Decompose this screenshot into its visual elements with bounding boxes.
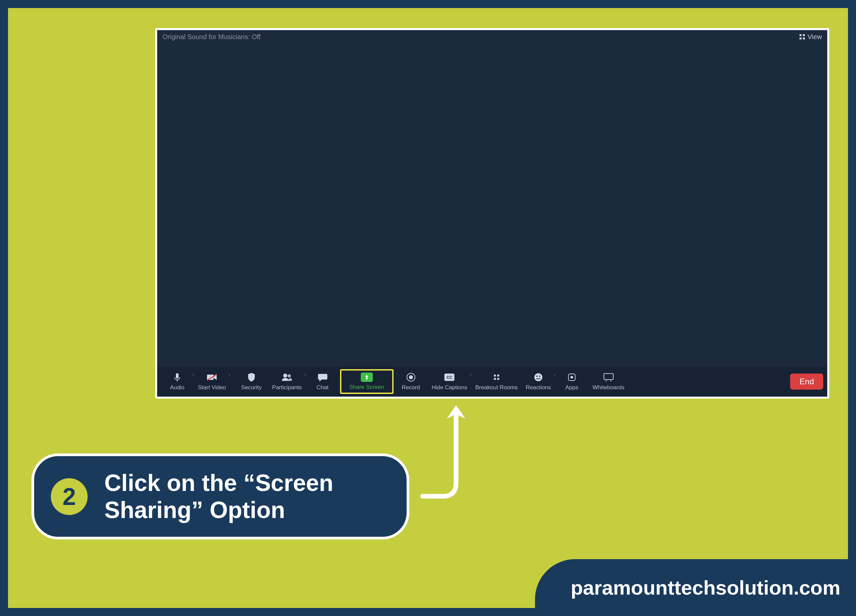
chat-label: Chat (317, 384, 329, 391)
chevron-up-icon[interactable]: ˄ (470, 374, 472, 379)
breakout-rooms-button[interactable]: Breakout Rooms (472, 370, 521, 393)
breakout-rooms-icon (491, 372, 502, 382)
chat-button[interactable]: Chat (306, 370, 339, 393)
brand-url: paramounttechsolution.com (571, 576, 841, 599)
svg-point-7 (409, 375, 413, 379)
participants-label: Participants (272, 384, 302, 391)
svg-point-4 (283, 374, 287, 377)
apps-button[interactable]: Apps (556, 370, 588, 393)
security-button[interactable]: Security (236, 370, 268, 393)
chat-icon (317, 372, 328, 382)
svg-rect-15 (604, 374, 613, 380)
original-sound-toggle[interactable]: Original Sound for Musicians: Off (163, 33, 260, 41)
step-number-badge: 2 (51, 478, 88, 515)
chevron-up-icon[interactable]: ˄ (391, 374, 394, 379)
start-video-button[interactable]: Start Video ˄ (195, 370, 229, 393)
chevron-up-icon[interactable]: ˄ (192, 374, 195, 379)
apps-label: Apps (565, 384, 579, 391)
share-screen-icon (361, 373, 373, 382)
whiteboards-label: Whiteboards (593, 384, 624, 391)
start-video-label: Start Video (198, 384, 226, 391)
callout-arrow-icon (419, 403, 466, 503)
record-button[interactable]: Record (395, 370, 427, 393)
svg-point-12 (539, 376, 540, 377)
whiteboard-icon (603, 372, 614, 382)
zoom-toolbar: Audio ˄ Start Video ˄ Security (157, 367, 827, 397)
end-label: End (799, 377, 814, 386)
zoom-window: Original Sound for Musicians: Off View A… (155, 28, 829, 399)
svg-point-14 (570, 376, 573, 379)
audio-button[interactable]: Audio ˄ (161, 370, 193, 393)
shield-icon (246, 372, 257, 382)
closed-captions-icon: CC (444, 372, 455, 382)
record-label: Record (402, 384, 420, 391)
view-label: View (808, 33, 822, 41)
original-sound-label: Original Sound for Musicians: Off (163, 33, 260, 41)
instruction-text: Click on the “Screen Sharing” Option (104, 470, 383, 524)
chevron-up-icon[interactable]: ˄ (553, 374, 556, 379)
reactions-label: Reactions (526, 384, 551, 391)
zoom-meeting-area: Original Sound for Musicians: Off View A… (157, 30, 827, 397)
svg-text:CC: CC (446, 375, 453, 380)
share-screen-button[interactable]: Share Screen ˄ (340, 369, 394, 394)
slide-frame: Original Sound for Musicians: Off View A… (8, 8, 848, 608)
hide-captions-label: Hide Captions (432, 384, 468, 391)
svg-line-16 (606, 380, 607, 382)
record-icon (405, 372, 417, 382)
svg-line-17 (611, 380, 611, 382)
brand-corner: paramounttechsolution.com (535, 559, 856, 616)
step-number: 2 (63, 483, 76, 510)
reactions-button[interactable]: Reactions ˄ (522, 370, 554, 393)
audio-label: Audio (170, 384, 184, 391)
hide-captions-button[interactable]: CC Hide Captions ˄ (428, 370, 471, 393)
svg-rect-0 (176, 373, 179, 379)
end-button[interactable]: End (790, 374, 823, 390)
instruction-callout: 2 Click on the “Screen Sharing” Option (31, 453, 409, 539)
chevron-up-icon[interactable]: ˄ (304, 374, 306, 379)
svg-point-5 (288, 374, 291, 377)
svg-point-11 (536, 376, 538, 377)
video-camera-icon (206, 372, 218, 382)
grid-icon (799, 34, 805, 40)
reactions-icon (533, 372, 544, 382)
participants-icon (281, 372, 293, 382)
participants-button[interactable]: Participants ˄ (269, 370, 305, 393)
apps-icon (566, 372, 577, 382)
whiteboards-button[interactable]: Whiteboards (589, 370, 628, 393)
chevron-up-icon[interactable]: ˄ (228, 374, 231, 379)
zoom-top-bar: Original Sound for Musicians: Off View (157, 30, 827, 43)
share-screen-label: Share Screen (349, 384, 384, 391)
security-label: Security (241, 384, 262, 391)
microphone-icon (171, 372, 183, 382)
svg-point-10 (534, 373, 542, 381)
breakout-rooms-label: Breakout Rooms (475, 384, 517, 391)
view-button[interactable]: View (799, 33, 822, 41)
